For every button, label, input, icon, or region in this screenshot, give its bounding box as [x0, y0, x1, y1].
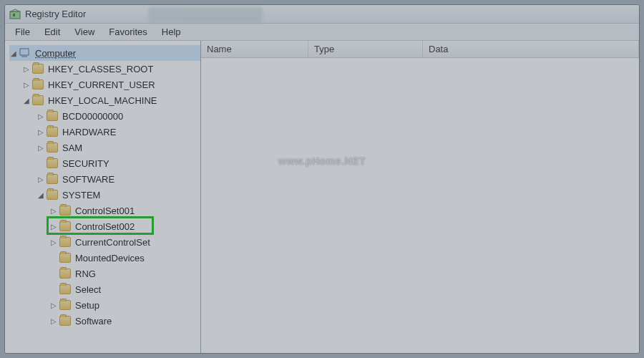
folder-icon [59, 205, 71, 216]
tree-node-mounteddevices[interactable]: MountedDevices [9, 250, 200, 266]
expander-icon[interactable]: ▷ [49, 317, 58, 325]
list-header: Name Type Data [201, 41, 639, 58]
tree-node-label: Computer [35, 48, 76, 59]
folder-icon [32, 64, 44, 74]
tree-node-label: Software [75, 316, 112, 326]
menu-help[interactable]: Help [155, 25, 188, 39]
folder-icon [59, 221, 71, 231]
tree-node-bcd00000000[interactable]: ▷BCD00000000 [9, 108, 200, 124]
folder-icon [47, 190, 58, 200]
menu-favorites[interactable]: Favorites [102, 25, 154, 39]
tree-node-controlset001[interactable]: ▷ControlSet001 [9, 203, 200, 218]
tree-node-label: MountedDevices [75, 253, 145, 263]
tree-node-security[interactable]: SECURITY [9, 155, 200, 171]
tree-node-sam[interactable]: ▷SAM [9, 140, 200, 155]
tree-node-label: HARDWARE [62, 127, 116, 137]
tree-node-label: HKEY_CLASSES_ROOT [48, 64, 153, 74]
tree-node-label: Setup [75, 300, 99, 311]
expander-icon[interactable]: ▷ [36, 112, 45, 120]
expander-icon[interactable]: ▷ [36, 128, 45, 136]
folder-icon [32, 79, 44, 90]
menu-view[interactable]: View [67, 25, 102, 39]
watermark-corner: 系统之家 XITONGZHIJIA.NET [537, 326, 637, 352]
menu-file[interactable]: File [8, 25, 37, 39]
tree-node-label: Select [75, 284, 101, 295]
expander-icon[interactable]: ▷ [36, 144, 45, 152]
expander-icon[interactable]: ◢ [22, 97, 31, 105]
tree-node-software[interactable]: ▷Software [9, 313, 200, 329]
tree-node-currentcontrolset[interactable]: ▷CurrentControlSet [9, 234, 200, 250]
background-window-blur [148, 7, 263, 23]
list-body-empty[interactable] [201, 58, 639, 353]
menu-edit[interactable]: Edit [37, 25, 67, 39]
tree-node-label: BCD00000000 [62, 111, 123, 122]
tree-node-controlset002[interactable]: ▷ControlSet002 [9, 218, 200, 234]
registry-editor-window: Registry Editor File Edit View Favorites… [4, 4, 640, 354]
folder-icon [32, 95, 44, 105]
expander-icon[interactable]: ▷ [49, 207, 58, 215]
expander-icon[interactable]: ▷ [22, 65, 31, 73]
column-type[interactable]: Type [308, 41, 423, 57]
list-pane: Name Type Data [201, 41, 639, 353]
tree-node-hkey-classes-root[interactable]: ▷HKEY_CLASSES_ROOT [9, 61, 200, 77]
expander-icon[interactable]: ▷ [49, 223, 58, 231]
watermark-corner-url: XITONGZHIJIA.NET [568, 342, 637, 349]
tree-node-label: SYSTEM [62, 190, 100, 200]
tree-node-label: HKEY_CURRENT_USER [48, 79, 155, 90]
tree-node-hkey-local-machine[interactable]: ◢HKEY_LOCAL_MACHINE [9, 92, 200, 108]
tree-node-label: ControlSet001 [75, 205, 135, 216]
window-title: Registry Editor [25, 9, 86, 19]
folder-icon [59, 300, 71, 310]
tree-node-hkey-current-user[interactable]: ▷HKEY_CURRENT_USER [9, 77, 200, 92]
folder-icon [47, 158, 58, 168]
house-logo-icon [537, 326, 564, 352]
app-icon [9, 9, 21, 20]
column-name[interactable]: Name [201, 41, 308, 57]
titlebar[interactable]: Registry Editor [5, 5, 639, 24]
expander-icon[interactable]: ▷ [36, 175, 45, 183]
tree-node-software[interactable]: ▷SOFTWARE [9, 171, 200, 187]
tree-pane[interactable]: ◢Computer▷HKEY_CLASSES_ROOT▷HKEY_CURRENT… [5, 41, 201, 353]
svg-rect-2 [13, 14, 15, 16]
tree-node-label: SAM [62, 142, 82, 153]
computer-icon [19, 48, 31, 58]
expander-icon[interactable]: ▷ [49, 238, 58, 246]
expander-icon[interactable]: ▷ [49, 301, 58, 309]
tree-node-hardware[interactable]: ▷HARDWARE [9, 124, 200, 140]
folder-icon [47, 142, 58, 153]
expander-icon[interactable]: ▷ [22, 81, 31, 89]
folder-icon [59, 253, 71, 263]
tree-node-label: CurrentControlSet [75, 237, 150, 248]
menubar: File Edit View Favorites Help [5, 24, 639, 41]
tree-root-computer[interactable]: ◢Computer [9, 45, 200, 61]
folder-icon [47, 174, 58, 184]
tree-node-rng[interactable]: RNG [9, 266, 200, 281]
folder-icon [59, 268, 71, 279]
watermark-center: www.pHome.NET [278, 155, 366, 167]
svg-rect-3 [20, 49, 29, 55]
expander-icon[interactable]: ◢ [9, 49, 18, 57]
tree-node-label: SOFTWARE [62, 174, 114, 185]
folder-icon [47, 111, 58, 121]
expander-icon[interactable]: ◢ [36, 191, 45, 199]
folder-icon [59, 316, 71, 326]
tree-node-label: SECURITY [62, 158, 109, 169]
folder-icon [59, 284, 71, 294]
tree-node-system[interactable]: ◢SYSTEM [9, 187, 200, 203]
tree-node-label: RNG [75, 268, 96, 279]
tree-node-select[interactable]: Select [9, 281, 200, 297]
column-data[interactable]: Data [423, 41, 639, 57]
tree-node-label: HKEY_LOCAL_MACHINE [48, 95, 157, 106]
watermark-corner-cn: 系统之家 [568, 331, 637, 342]
tree-node-label: ControlSet002 [75, 221, 135, 232]
svg-rect-4 [21, 56, 27, 57]
folder-icon [59, 237, 71, 247]
svg-marker-1 [11, 9, 19, 11]
tree-node-setup[interactable]: ▷Setup [9, 297, 200, 313]
content-area: ◢Computer▷HKEY_CLASSES_ROOT▷HKEY_CURRENT… [5, 41, 639, 353]
folder-icon [47, 127, 58, 137]
